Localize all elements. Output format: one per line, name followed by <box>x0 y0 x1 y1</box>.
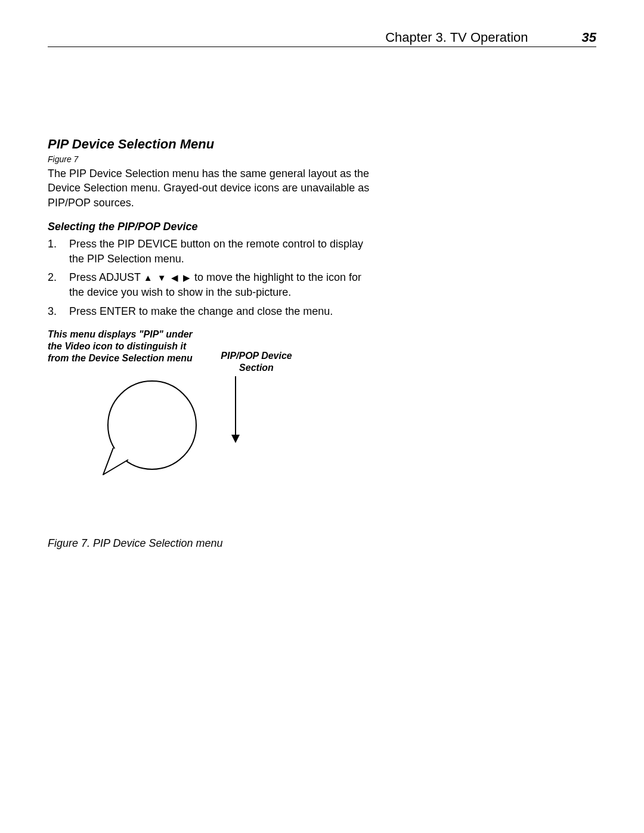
page: Chapter 3. TV Operation 35 PIP Device Se… <box>0 0 644 580</box>
steps-list: Press the PIP DEVICE button on the remot… <box>48 237 370 319</box>
figure-reference: Figure 7 <box>48 154 370 164</box>
step-text: Press the PIP DEVICE button on the remot… <box>69 238 363 265</box>
step-1: Press the PIP DEVICE button on the remot… <box>48 237 370 267</box>
chapter-title: Chapter 3. TV Operation <box>385 30 528 45</box>
content-area: PIP Device Selection Menu Figure 7 The P… <box>48 137 370 550</box>
svg-marker-2 <box>231 435 240 443</box>
step-2: Press ADJUST ▲ ▼ ◀ ▶ to move the highlig… <box>48 270 370 300</box>
figure-caption: Figure 7. PIP Device Selection menu <box>48 537 370 550</box>
page-number: 35 <box>582 30 596 45</box>
callout-right: PIP/POP Device Section <box>209 350 304 374</box>
callout-left: This menu displays "PIP" under the Video… <box>48 329 209 364</box>
step-text: Press ENTER to make the change and close… <box>69 305 333 317</box>
adjust-arrows-icon: ▲ ▼ ◀ ▶ <box>144 271 191 284</box>
figure-diagram: This menu displays "PIP" under the Video… <box>48 329 370 525</box>
intro-paragraph: The PIP Device Selection menu has the sa… <box>48 166 370 210</box>
step-text-pre: Press ADJUST <box>69 271 144 283</box>
step-3: Press ENTER to make the change and close… <box>48 304 370 319</box>
page-header: Chapter 3. TV Operation 35 <box>48 30 596 47</box>
speech-bubble-icon <box>98 379 200 481</box>
arrow-down-icon <box>230 376 242 445</box>
section-heading: PIP Device Selection Menu <box>48 137 370 152</box>
sub-heading: Selecting the PIP/POP Device <box>48 221 370 233</box>
